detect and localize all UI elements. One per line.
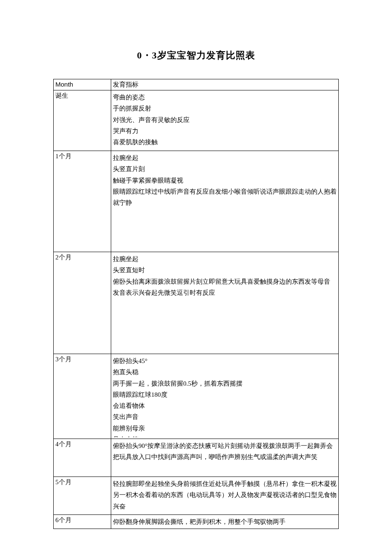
indicator-text: 俯卧抬头90°按摩呈游泳的姿态扶腋可站片刻摇动并凝视拨浪鼓两手一起舞弄会把玩具放… [113, 440, 337, 463]
cell-month: 3个月 [54, 354, 111, 439]
cell-indicator: 俯卧抬头90°按摩呈游泳的姿态扶腋可站片刻摇动并凝视拨浪鼓两手一起舞弄会把玩具放… [111, 439, 339, 477]
indicator-line: 拉腕坐起 [113, 152, 337, 163]
indicator-line: 喜爱肌肤的接触 [113, 137, 337, 148]
indicator-line: 对强光、声音有灵敏的反应 [113, 114, 337, 125]
indicator-line: 触碰手掌紧握拳眼睛凝视 [113, 175, 337, 186]
cell-month: 1个月 [54, 151, 111, 252]
indicator-line: 会追看物体 [113, 400, 337, 411]
header-indicator: 发育指标 [111, 79, 339, 90]
cell-indicator: 俯卧抬头45°抱直头稳两手握一起，拨浪鼓留握0.5秒，抓着东西摇摆眼睛跟踪红球1… [111, 354, 339, 439]
cell-month: 5个月 [54, 477, 111, 515]
indicator-line: 抱直头稳 [113, 366, 337, 378]
table-row: 诞生弯曲的姿态手的抓握反射对强光、声音有灵敏的反应哭声有力喜爱肌肤的接触 [54, 90, 339, 151]
indicator-line: 头竖直片刻 [113, 163, 337, 174]
page-title: 0・3岁宝宝智力发育比照表 [53, 49, 339, 62]
cell-month: 诞生 [54, 90, 111, 151]
cell-month: 4个月 [54, 439, 111, 477]
indicator-text: 轻拉腕部即坐起独坐头身前倾抓住近处玩具伸手触摸（悬吊杆）拿住一积木凝视另一积木会… [113, 478, 337, 512]
cell-indicator: 仰卧翻身伸展脚踢会撕纸，耙弄到积木，用整个手驾驭物两手 [111, 515, 339, 529]
table-body: Month发育指标诞生弯曲的姿态手的抓握反射对强光、声音有灵敏的反应哭声有力喜爱… [54, 79, 339, 529]
indicator-line: 哭声有力 [113, 125, 337, 137]
cell-indicator: 轻拉腕部即坐起独坐头身前倾抓住近处玩具伸手触摸（悬吊杆）拿住一积木凝视另一积木会… [111, 477, 339, 515]
indicator-text: 仰卧翻身伸展脚踢会撕纸，耙弄到积木，用整个手驾驭物两手 [113, 516, 337, 527]
table-row: 1个月拉腕坐起头竖直片刻触碰手掌紧握拳眼睛凝视眼睛跟踪红球过中线听声音有反应自发… [54, 151, 339, 252]
table-row: 5个月轻拉腕部即坐起独坐头身前倾抓住近处玩具伸手触摸（悬吊杆）拿住一积木凝视另一… [54, 477, 339, 515]
table-row: 2个月拉腕坐起头竖直短时俯卧头抬离床面拨浪鼓留握片刻立即留意大玩具喜爱触摸身边的… [54, 252, 339, 354]
indicator-line: 拉腕坐起 [113, 253, 337, 264]
indicator-line: 两手握一起，拨浪鼓留握0.5秒，抓着东西摇摆 [113, 378, 337, 389]
indicator-line: 能辨别母亲 [113, 423, 337, 434]
indicator-line: 眼睛跟踪红球180度 [113, 389, 337, 400]
table-row: 3个月俯卧抬头45°抱直头稳两手握一起，拨浪鼓留握0.5秒，抓着东西摇摆眼睛跟踪… [54, 354, 339, 439]
indicator-line: 眼睛跟踪红球过中线听声音有反应自发细小喉音倾听说话声眼跟踪走动的人抱着就宁静 [113, 186, 337, 209]
indicator-line: 弯曲的姿态 [113, 92, 337, 103]
cell-month: 6个月 [54, 515, 111, 529]
table-header-row: Month发育指标 [54, 79, 339, 90]
indicator-line: 头竖直短时 [113, 264, 337, 276]
table-row: 6个月仰卧翻身伸展脚踢会撕纸，耙弄到积木，用整个手驾驭物两手 [54, 515, 339, 529]
cell-indicator: 弯曲的姿态手的抓握反射对强光、声音有灵敏的反应哭声有力喜爱肌肤的接触 [111, 90, 339, 151]
indicator-line: 手的抓握反射 [113, 103, 337, 114]
indicator-line: 笑出声音 [113, 411, 337, 422]
indicator-line: 俯卧头抬离床面拨浪鼓留握片刻立即留意大玩具喜爱触摸身边的东西发等母音 [113, 276, 337, 287]
cell-indicator: 拉腕坐起头竖直短时俯卧头抬离床面拨浪鼓留握片刻立即留意大玩具喜爱触摸身边的东西发… [111, 252, 339, 354]
cell-indicator: 拉腕坐起头竖直片刻触碰手掌紧握拳眼睛凝视眼睛跟踪红球过中线听声音有反应自发细小喉… [111, 151, 339, 252]
cell-month: 2个月 [54, 252, 111, 354]
indicator-line: 俯卧抬头45° [113, 355, 337, 366]
header-month: Month [54, 79, 111, 90]
indicator-line: 见人会笑 [113, 434, 337, 437]
development-table: Month发育指标诞生弯曲的姿态手的抓握反射对强光、声音有灵敏的反应哭声有力喜爱… [53, 79, 339, 529]
table-row: 4个月俯卧抬头90°按摩呈游泳的姿态扶腋可站片刻摇动并凝视拨浪鼓两手一起舞弄会把… [54, 439, 339, 477]
indicator-line: 发音表示兴奋起先微笑逗引时有反应 [113, 287, 337, 298]
